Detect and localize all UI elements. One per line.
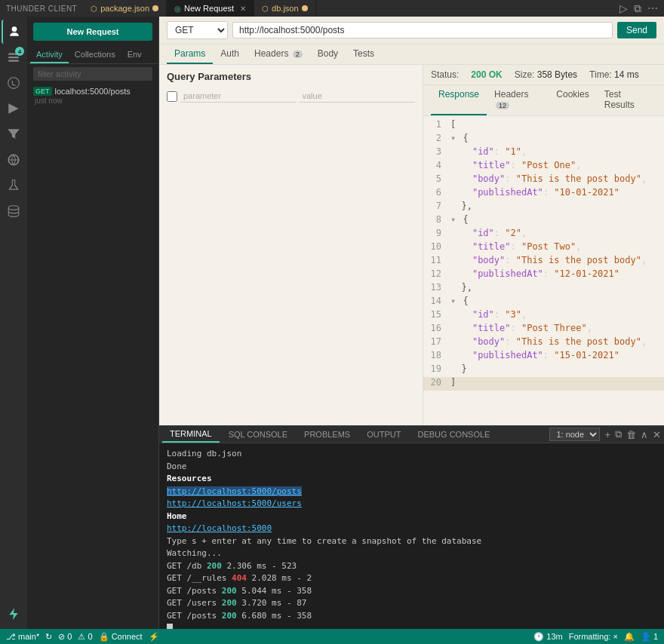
code-line: 1[ — [423, 119, 664, 133]
activity-bar-icon-lightning[interactable] — [2, 602, 26, 626]
term-tab-debug[interactable]: DEBUG CONSOLE — [410, 427, 497, 442]
tab-db-json[interactable]: ⬡ db.json — [254, 0, 315, 17]
tab-new-request[interactable]: ◎ New Request ✕ — [167, 0, 254, 17]
tab-pkg-label: package.json — [100, 4, 149, 13]
user-badge[interactable]: 👤 1 — [641, 632, 658, 642]
activity-bar-icon-person[interactable] — [2, 20, 26, 44]
trash-terminal-btn[interactable]: 🗑 — [626, 429, 636, 440]
sidebar-tab-env[interactable]: Env — [121, 47, 148, 63]
more-icon[interactable]: ⋯ — [647, 2, 658, 14]
params-panel: Query Parameters — [159, 65, 423, 425]
activity-bar-icon-filter[interactable] — [2, 122, 26, 146]
term-tab-output[interactable]: OUTPUT — [359, 427, 408, 442]
tab-body[interactable]: Body — [310, 44, 346, 64]
formatting-label[interactable]: Formatting: × — [569, 632, 618, 641]
tab-package-json[interactable]: ⬡ package.json — [83, 0, 167, 17]
app-title: THUNDER CLIENT — [6, 5, 77, 13]
code-line: 13 }, — [423, 282, 664, 296]
resp-tab-test-results[interactable]: Test Results — [597, 85, 656, 115]
split-terminal-btn[interactable]: ⧉ — [615, 428, 622, 440]
status-label-prefix: Status: — [431, 69, 459, 80]
time-value: 14 ms — [614, 69, 639, 80]
code-line: 2▾ { — [423, 133, 664, 146]
activity-bar-icon-run[interactable] — [2, 97, 26, 121]
response-panel: Status: 200 OK Size: 358 Bytes Time: 14 … — [423, 65, 664, 425]
param-checkbox[interactable] — [167, 91, 177, 102]
notification-bell[interactable]: 🔔 — [624, 632, 635, 642]
terminal-line: http://localhost:5000 — [167, 523, 656, 535]
lightning-status-icon[interactable]: ⚡ — [149, 632, 159, 642]
tab-params[interactable]: Params — [167, 44, 213, 64]
new-req-icon: ◎ — [174, 5, 181, 13]
activity-bar-icon-globe[interactable] — [2, 148, 26, 172]
tab-db-label: db.json — [272, 4, 298, 13]
term-tab-problems[interactable]: PROBLEMS — [297, 427, 358, 442]
code-line: 16 "title": "Post Three", — [423, 323, 664, 336]
terminal-line: Home — [167, 511, 656, 523]
activity-bar-icon-flask[interactable] — [2, 173, 26, 198]
params-table — [167, 90, 415, 103]
url-input[interactable] — [232, 22, 613, 38]
svg-point-1 — [8, 206, 19, 210]
activity-bar-icon-database[interactable] — [2, 199, 26, 223]
term-tab-terminal[interactable]: TERMINAL — [162, 426, 220, 443]
request-tabs: Params Auth Headers 2 Body Tests — [159, 44, 664, 65]
close-terminal-btn[interactable]: ✕ — [653, 429, 661, 440]
params-title: Query Parameters — [167, 71, 415, 82]
title-bar: THUNDER CLIENT ⬡ package.json ◎ New Requ… — [0, 0, 664, 17]
code-line: 7 }, — [423, 201, 664, 214]
sync-icon[interactable]: ↻ — [45, 632, 52, 642]
terminal-line: Done — [167, 461, 656, 474]
sidebar: New Request Activity Collections Env GET… — [27, 17, 159, 629]
tab-db-dot — [302, 5, 308, 11]
terminal-content: Loading db.jsonDoneResourceshttp://local… — [159, 443, 664, 629]
tab-close-icon[interactable]: ✕ — [240, 5, 246, 13]
sidebar-item-row: GET localhost:5000/posts — [33, 87, 152, 96]
node-selector[interactable]: 1: node — [549, 428, 600, 441]
collapse-terminal-btn[interactable]: ∧ — [641, 429, 648, 440]
sidebar-tab-activity[interactable]: Activity — [30, 47, 69, 63]
new-request-button[interactable]: New Request — [33, 23, 152, 41]
content-area: GET POST PUT DELETE PATCH Send Params Au… — [159, 17, 664, 629]
activity-bar-icon-env[interactable] — [2, 71, 26, 95]
param-value-input[interactable] — [300, 90, 416, 103]
db-icon: ⬡ — [262, 5, 269, 13]
resp-tab-response[interactable]: Response — [431, 85, 487, 115]
send-button[interactable]: Send — [617, 22, 656, 38]
sidebar-tab-collections[interactable]: Collections — [69, 47, 121, 63]
request-bar: GET POST PUT DELETE PATCH Send — [159, 17, 664, 44]
activity-bar-icon-collections[interactable]: 4 — [2, 45, 26, 69]
code-line: 3 "id": "1", — [423, 146, 664, 160]
warnings-count[interactable]: ⚠ 0 — [78, 632, 92, 642]
code-line: 15 "id": "3", — [423, 309, 664, 323]
tab-tests[interactable]: Tests — [346, 44, 382, 64]
method-select[interactable]: GET POST PUT DELETE PATCH — [167, 21, 228, 39]
git-branch[interactable]: ⎇ main* — [6, 632, 39, 642]
status-bar: ⎇ main* ↻ ⊘ 0 ⚠ 0 🔒 Connect ⚡ 🕐 13m Form… — [0, 629, 664, 644]
resp-tab-cookies[interactable]: Cookies — [549, 85, 596, 115]
status-left: ⎇ main* ↻ ⊘ 0 ⚠ 0 🔒 Connect ⚡ — [6, 632, 159, 642]
term-tab-sql[interactable]: SQL CONSOLE — [221, 427, 295, 442]
activity-bar: 4 — [0, 17, 27, 629]
param-key-input[interactable] — [180, 90, 297, 103]
terminal-line: GET /db 200 2.306 ms - 523 — [167, 560, 656, 573]
tab-headers[interactable]: Headers 2 — [247, 44, 310, 64]
code-line: 11 "body": "This is the post body", — [423, 255, 664, 268]
code-line: 8▾ { — [423, 214, 664, 228]
response-status-bar: Status: 200 OK Size: 358 Bytes Time: 14 … — [423, 65, 664, 85]
terminal-line: GET /__rules 404 2.028 ms - 2 — [167, 572, 656, 585]
errors-count[interactable]: ⊘ 0 — [58, 632, 72, 642]
tab-auth[interactable]: Auth — [213, 44, 247, 64]
layout-icon[interactable]: ⧉ — [634, 2, 641, 15]
terminal-panel: TERMINAL SQL CONSOLE PROBLEMS OUTPUT DEB… — [159, 425, 664, 629]
code-line: 12 "publishedAt": "12-01-2021" — [423, 268, 664, 282]
list-item[interactable]: GET localhost:5000/posts just now — [27, 84, 158, 108]
time-label: Time: 14 ms — [589, 69, 639, 80]
sidebar-search-input[interactable] — [33, 67, 152, 81]
collections-badge: 4 — [15, 47, 24, 56]
resp-tab-headers[interactable]: Headers 12 — [487, 85, 549, 115]
code-line: 10 "title": "Post Two", — [423, 241, 664, 255]
run-icon[interactable]: ▷ — [619, 2, 628, 14]
add-terminal-btn[interactable]: + — [604, 429, 610, 440]
connect-btn[interactable]: 🔒 Connect — [99, 632, 143, 642]
